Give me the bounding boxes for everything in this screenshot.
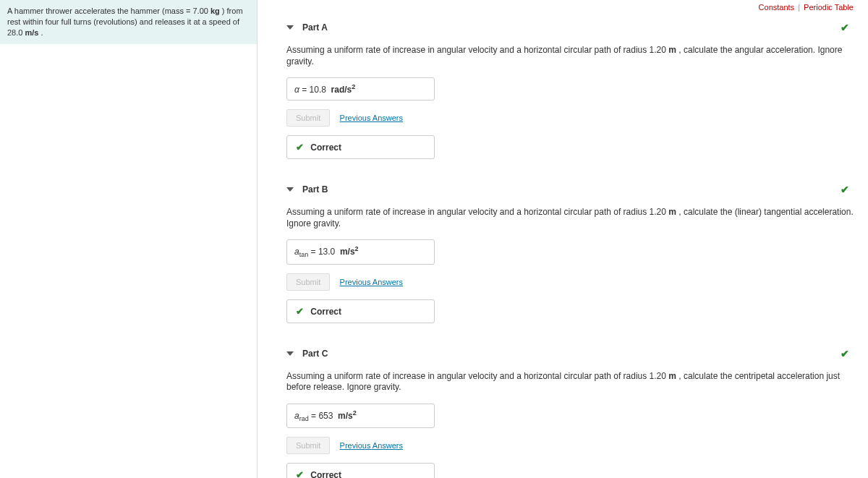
submit-button: Submit bbox=[286, 109, 330, 127]
part-c: Part C ✔ Assuming a uniform rate of incr… bbox=[286, 343, 854, 478]
part-a-header[interactable]: Part A ✔ bbox=[286, 17, 854, 38]
correct-feedback: ✔ Correct bbox=[286, 299, 435, 323]
previous-answers-link[interactable]: Previous Answers bbox=[340, 278, 403, 286]
check-icon: ✔ bbox=[841, 184, 854, 195]
check-icon: ✔ bbox=[841, 348, 854, 359]
submit-button: Submit bbox=[286, 273, 330, 291]
correct-feedback: ✔ Correct bbox=[286, 463, 435, 478]
correct-feedback: ✔ Correct bbox=[286, 135, 435, 159]
check-icon: ✔ bbox=[296, 469, 304, 478]
previous-answers-link[interactable]: Previous Answers bbox=[340, 114, 403, 122]
part-b-answer: atan = 13.0 m/s2 bbox=[286, 239, 435, 264]
caret-down-icon bbox=[286, 25, 294, 30]
part-b-prompt: Assuming a uniform rate of increase in a… bbox=[286, 207, 854, 229]
part-b: Part B ✔ Assuming a uniform rate of incr… bbox=[286, 179, 854, 323]
periodic-table-link[interactable]: Periodic Table bbox=[804, 3, 854, 12]
part-b-title: Part B bbox=[302, 184, 328, 195]
check-icon: ✔ bbox=[296, 306, 304, 317]
part-a-answer: α = 10.8 rad/s2 bbox=[286, 77, 435, 101]
caret-down-icon bbox=[286, 187, 294, 192]
check-icon: ✔ bbox=[841, 22, 854, 33]
top-links: Constants | Periodic Table bbox=[258, 0, 854, 17]
constants-link[interactable]: Constants bbox=[759, 3, 795, 12]
part-a-title: Part A bbox=[302, 22, 328, 33]
submit-button: Submit bbox=[286, 437, 330, 454]
part-c-title: Part C bbox=[302, 349, 328, 359]
part-c-prompt: Assuming a uniform rate of increase in a… bbox=[286, 371, 854, 393]
check-icon: ✔ bbox=[296, 142, 304, 153]
problem-statement: A hammer thrower accelerates the hammer … bbox=[0, 0, 257, 44]
previous-answers-link[interactable]: Previous Answers bbox=[340, 441, 403, 450]
separator: | bbox=[798, 3, 800, 12]
part-b-header[interactable]: Part B ✔ bbox=[286, 179, 854, 200]
part-c-header[interactable]: Part C ✔ bbox=[286, 343, 854, 364]
part-a: Part A ✔ Assuming a uniform rate of incr… bbox=[286, 17, 854, 159]
part-c-answer: arad = 653 m/s2 bbox=[286, 404, 435, 428]
part-a-prompt: Assuming a uniform rate of increase in a… bbox=[286, 45, 854, 67]
caret-down-icon bbox=[286, 351, 294, 356]
